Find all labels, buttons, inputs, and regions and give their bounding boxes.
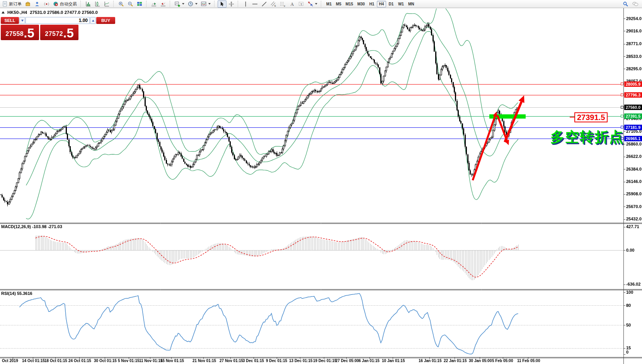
one-click-trading-panel: SELL BUY 27558.5 27572.5 — [1, 17, 79, 40]
new-chart-button[interactable] — [173, 0, 186, 8]
auto-scroll-button[interactable] — [150, 0, 158, 8]
price-line-badge: 27796.3 — [624, 92, 642, 98]
trendline-icon — [261, 1, 267, 7]
profiles-icon — [188, 1, 194, 7]
timeframe-m5[interactable]: M5 — [334, 1, 343, 7]
time-axis-label: 30 Jan 05:00 — [469, 359, 492, 363]
candle-chart-icon — [95, 1, 100, 7]
sell-button[interactable]: SELL — [1, 17, 19, 24]
toolbar-button-label: 自动交易 — [60, 1, 77, 7]
cursor-button[interactable] — [218, 0, 226, 8]
time-axis-label: 27 Dec 05:00 — [335, 359, 359, 363]
time-axis-label: Oct 2019 — [2, 359, 18, 363]
equidistant-channel-button[interactable]: E — [269, 0, 278, 8]
zoom-in-button[interactable] — [117, 0, 126, 8]
chevron-down-icon — [195, 3, 198, 5]
zoom-out-button[interactable] — [126, 0, 135, 8]
text-label-icon: T — [298, 1, 304, 7]
chevron-down-icon — [208, 3, 211, 5]
horizontal-line-button[interactable] — [250, 0, 259, 8]
vertical-line-button[interactable] — [241, 0, 250, 8]
line-chart-icon — [104, 1, 110, 7]
symbol-ohlc: 27531.0 27586.0 27477.0 27560.0 — [30, 10, 98, 15]
macd-axis-label: 427.71 — [626, 224, 639, 229]
chart-window-icon[interactable] — [24, 0, 32, 8]
svg-text:F: F — [284, 5, 286, 7]
time-axis-label: 14 Oct 01:15 — [22, 359, 45, 363]
timeframe-d1[interactable]: D1 — [387, 1, 396, 7]
buy-price-display[interactable]: 27572.5 — [40, 25, 78, 40]
cursor-icon — [219, 1, 225, 7]
timeframe-m30[interactable]: M30 — [355, 1, 366, 7]
crosshair-icon — [228, 1, 234, 7]
arrows-button[interactable] — [306, 0, 319, 8]
collapse-panel-icon[interactable] — [2, 11, 5, 14]
turning-point-annotation[interactable]: 多空转折点 — [550, 128, 624, 147]
fibonacci-button[interactable]: F — [278, 0, 287, 8]
timeframe-mn[interactable]: MN — [406, 1, 416, 7]
timeframe-h1[interactable]: H1 — [367, 1, 376, 7]
new-chart-icon — [175, 1, 181, 7]
navigator-icon-icon — [34, 1, 40, 7]
candle-chart-button[interactable] — [93, 0, 102, 8]
time-axis-label: 16 Jan 01:15 — [419, 359, 442, 363]
time-axis-label: 11 Nov 01:15 — [139, 359, 163, 363]
bar-chart-button[interactable] — [84, 0, 93, 8]
navigator-icon[interactable] — [33, 0, 42, 8]
price-line-badge: 27391.5 — [624, 113, 642, 119]
timeframe-m15[interactable]: M15 — [344, 1, 355, 7]
templates-button[interactable] — [199, 0, 212, 8]
zoom-out-icon — [128, 1, 133, 7]
signals-icon[interactable] — [42, 0, 51, 8]
toolbar-separator — [214, 1, 216, 7]
price-axis-label: 26622.0 — [626, 154, 642, 159]
chevron-down-icon — [315, 3, 317, 5]
autotrading-button[interactable]: 自动交易 — [51, 0, 78, 8]
svg-text:A: A — [291, 2, 294, 7]
price-axis-label: 26860.0 — [626, 142, 642, 146]
time-axis-label: 9 Dec 01:15 — [266, 359, 287, 363]
profiles-button[interactable] — [186, 0, 199, 8]
price-line-badge: 27181.9 — [624, 125, 642, 130]
svg-text:T: T — [300, 2, 302, 6]
sell-price-display[interactable]: 27558.5 — [1, 25, 39, 40]
timeframe-m1[interactable]: M1 — [324, 1, 334, 7]
price-axis-label: 28533.0 — [626, 54, 642, 59]
autotrading-icon — [53, 1, 59, 7]
triangle-up-icon — [92, 20, 94, 22]
text-button[interactable]: A — [288, 0, 296, 8]
chart-shift-button[interactable] — [159, 0, 168, 8]
time-axis-label: 3 Dec 01:15 — [243, 359, 264, 363]
volume-decrease-button[interactable] — [19, 17, 25, 24]
price-line-badge: 26965.1 — [624, 136, 642, 141]
buy-button[interactable]: BUY — [96, 17, 115, 24]
tile-windows-button[interactable] — [135, 0, 144, 8]
volume-input[interactable] — [26, 17, 90, 24]
timeframe-h4[interactable]: H4 — [377, 1, 386, 7]
timeframe-w1[interactable]: W1 — [396, 1, 406, 7]
svg-text:E: E — [274, 5, 276, 7]
chart-area[interactable] — [0, 0, 642, 364]
triangle-down-icon — [21, 20, 24, 22]
trendline-button[interactable] — [260, 0, 269, 8]
zoom-in-icon — [118, 1, 124, 7]
line-chart-button[interactable] — [102, 0, 111, 8]
price-axis-label: 28771.0 — [626, 41, 642, 46]
search-button[interactable] — [621, 0, 630, 8]
text-label-button[interactable]: T — [297, 0, 306, 8]
text-icon: A — [289, 1, 295, 7]
time-axis-label: 18 Oct 01:15 — [44, 359, 67, 363]
price-axis-label: 29254.0 — [626, 16, 642, 21]
time-axis-label: 10 Jan 01:15 — [382, 359, 405, 363]
time-axis-label: 11 Feb 05:00 — [517, 359, 540, 363]
signals-icon-icon — [44, 1, 49, 7]
toolbar-separator — [238, 1, 240, 7]
tile-windows-icon — [137, 1, 143, 7]
time-axis-label: 22 Jan 01:15 — [444, 359, 467, 363]
volume-increase-button[interactable] — [90, 17, 96, 24]
new-order-button[interactable]: 新订单 — [1, 0, 23, 8]
chart-shift-icon — [160, 1, 166, 7]
price-tag-label[interactable]: 27391.5 — [574, 112, 608, 122]
chat-button[interactable] — [630, 0, 640, 8]
crosshair-button[interactable] — [227, 0, 236, 8]
